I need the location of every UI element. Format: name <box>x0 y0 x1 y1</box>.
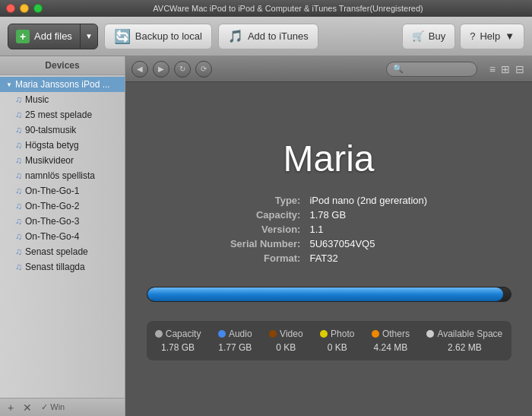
help-label: ? <box>470 30 475 42</box>
backup-icon: 🔄 <box>114 28 131 45</box>
legend-others: Others 4.24 MB <box>372 329 410 353</box>
sidebar-footer: + ✕ ✓ Win <box>0 398 125 416</box>
remove-playlist-button[interactable]: ✕ <box>21 402 33 414</box>
others-dot <box>372 330 379 338</box>
sync-button[interactable]: ⟳ <box>195 61 212 78</box>
capacity-label: Capacity: <box>230 209 300 221</box>
add-itunes-label: Add to iTunes <box>248 30 309 42</box>
playlist-label: Högsta betyg <box>25 140 79 151</box>
audio-legend-label: Audio <box>229 329 252 339</box>
video-dot <box>269 330 277 338</box>
backup-button[interactable]: 🔄 Backup to local <box>104 24 212 49</box>
main-panel: ◀ ▶ ↻ ⟳ 🔍 ≡ ⊞ ⊟ Maria Type: iPod nano (2… <box>125 56 532 416</box>
playlist-icon: ♫ <box>15 262 22 272</box>
device-item[interactable]: ▼ Maria Janssons iPod ... <box>0 77 125 92</box>
type-label: Type: <box>230 195 300 206</box>
device-name: Maria Janssons iPod ... <box>15 79 110 90</box>
maximize-button[interactable] <box>33 4 43 13</box>
playlist-label: On-The-Go-2 <box>25 201 79 211</box>
playlist-icon: ♫ <box>15 246 22 257</box>
audio-dot <box>218 330 226 338</box>
version-value: 1.1 <box>309 224 427 235</box>
buy-label: Buy <box>429 30 445 42</box>
cart-icon: 🛒 <box>412 30 424 42</box>
list-item[interactable]: ♫ 25 mest spelade <box>0 107 125 122</box>
storage-bar-container <box>147 287 511 302</box>
version-label: Version: <box>230 224 300 235</box>
checkmark-icon: ✓ <box>41 402 48 411</box>
refresh-button[interactable]: ↻ <box>174 61 191 78</box>
legend-photo: Photo 0 KB <box>320 329 354 353</box>
detail-view-button[interactable]: ⊟ <box>514 62 526 77</box>
playlist-icon: ♫ <box>15 155 22 166</box>
list-item[interactable]: ♫ On-The-Go-1 <box>0 183 125 198</box>
playlist-icon: ♫ <box>15 125 22 135</box>
forward-button[interactable]: ▶ <box>153 61 169 78</box>
serial-label: Serial Number: <box>230 238 300 249</box>
close-button[interactable] <box>6 4 15 13</box>
buy-button[interactable]: 🛒 Buy <box>402 24 455 49</box>
legend-video: Video 0 KB <box>269 329 302 353</box>
playlist-label: namnlös spellista <box>25 170 95 181</box>
help-arrow-icon: ▼ <box>505 30 515 42</box>
win-label: Win <box>50 402 65 411</box>
playlist-label: 25 mest spelade <box>25 110 92 120</box>
list-item[interactable]: ♫ On-The-Go-3 <box>0 214 125 229</box>
expand-icon: ▼ <box>6 81 12 88</box>
list-item[interactable]: ♫ On-The-Go-4 <box>0 229 125 244</box>
others-legend-value: 4.24 MB <box>374 342 408 353</box>
add-files-dropdown-arrow[interactable]: ▼ <box>81 24 97 49</box>
main-content: Devices ▼ Maria Janssons iPod ... ♫ Musi… <box>0 56 532 416</box>
add-files-label: Add files <box>34 30 72 42</box>
window-title: AVCWare Mac iPod to iPod & Computer & iT… <box>50 4 526 13</box>
legend-available: Available Space 2.62 MB <box>426 329 502 353</box>
minimize-button[interactable] <box>20 4 29 13</box>
storage-bar <box>147 287 511 302</box>
view-buttons: ≡ ⊞ ⊟ <box>488 62 526 77</box>
search-box[interactable]: 🔍 <box>386 62 477 77</box>
add-itunes-button[interactable]: 🎵 Add to iTunes <box>218 24 318 49</box>
playlist-label: Musikvideor <box>25 155 74 166</box>
playlist-icon: ♫ <box>15 140 22 151</box>
available-legend-value: 2.62 MB <box>448 342 482 353</box>
win-button[interactable]: ✓ Win <box>40 402 66 412</box>
list-item[interactable]: ♫ namnlös spellista <box>0 168 125 183</box>
list-item[interactable]: ♫ 90-talsmusik <box>0 122 125 138</box>
list-item[interactable]: ♫ Högsta betyg <box>0 138 125 153</box>
serial-value: 5U637054VQ5 <box>309 238 427 249</box>
itunes-icon: 🎵 <box>228 29 243 43</box>
list-item[interactable]: ♫ Musikvideor <box>0 153 125 168</box>
list-item[interactable]: ♫ Music <box>0 92 125 107</box>
title-bar: AVCWare Mac iPod to iPod & Computer & iT… <box>0 0 532 17</box>
add-files-button[interactable]: + Add files ▼ <box>8 24 98 49</box>
available-dot <box>426 330 434 338</box>
list-view-button[interactable]: ≡ <box>488 62 497 77</box>
device-details: Type: iPod nano (2nd gereration) Capacit… <box>230 195 427 264</box>
capacity-dot <box>155 330 163 338</box>
legend-capacity: Capacity 1.78 GB <box>155 329 201 353</box>
capacity-value: 1.78 GB <box>309 209 427 221</box>
back-button[interactable]: ◀ <box>131 61 148 78</box>
capacity-legend-value: 1.78 GB <box>161 342 195 353</box>
legend-audio: Audio 1.77 GB <box>218 329 252 353</box>
playlist-icon: ♫ <box>15 201 22 211</box>
available-legend-label: Available Space <box>437 329 502 339</box>
playlist-label: Senast spelade <box>25 246 88 257</box>
sidebar-items: ▼ Maria Janssons iPod ... ♫ Music ♫ 25 m… <box>0 75 125 398</box>
photo-dot <box>320 330 328 338</box>
playlist-icon: ♫ <box>15 231 22 242</box>
help-button[interactable]: ? Help ▼ <box>460 24 524 49</box>
list-item[interactable]: ♫ Senast tillagda <box>0 259 125 275</box>
format-label: Format: <box>230 252 300 264</box>
sidebar-header: Devices <box>0 56 125 75</box>
search-input[interactable] <box>404 64 470 75</box>
list-item[interactable]: ♫ On-The-Go-2 <box>0 198 125 214</box>
type-value: iPod nano (2nd gereration) <box>309 195 427 206</box>
list-item[interactable]: ♫ Senast spelade <box>0 244 125 259</box>
audio-legend-value: 1.77 GB <box>218 342 252 353</box>
video-legend-value: 0 KB <box>276 342 296 353</box>
add-playlist-button[interactable]: + <box>6 402 15 414</box>
playlist-icon: ♫ <box>15 110 22 120</box>
grid-view-button[interactable]: ⊞ <box>499 62 511 77</box>
photo-legend-label: Photo <box>331 329 354 339</box>
